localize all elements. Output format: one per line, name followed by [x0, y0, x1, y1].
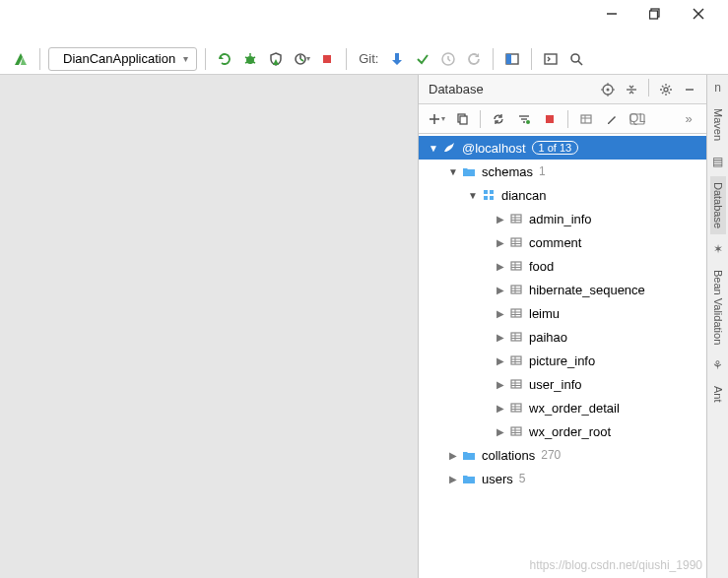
- tree-datasource-root[interactable]: ▼ @localhost 1 of 13: [419, 136, 706, 160]
- tree-schemas-node[interactable]: ▼ schemas 1: [419, 160, 706, 183]
- db-refresh-button[interactable]: [487, 108, 510, 130]
- stop-button[interactable]: [316, 48, 338, 70]
- tree-table-row[interactable]: ▶leimu: [419, 301, 706, 325]
- window-maximize-button[interactable]: [647, 6, 663, 22]
- db-collapse-button[interactable]: [621, 79, 642, 100]
- build-button[interactable]: [10, 48, 32, 70]
- svg-rect-37: [546, 115, 554, 123]
- side-tab-ant[interactable]: Ant: [710, 380, 726, 409]
- tree-table-row[interactable]: ▶hibernate_sequence: [419, 278, 706, 301]
- tree-schemas-count: 1: [539, 164, 546, 178]
- side-tab-bean-validation[interactable]: Bean Validation: [710, 264, 726, 351]
- svg-line-8: [245, 57, 247, 58]
- toolbar-separator: [493, 48, 494, 70]
- svg-point-18: [571, 54, 579, 62]
- db-filter-button[interactable]: [512, 108, 536, 130]
- tree-table-row[interactable]: ▶picture_info: [419, 349, 706, 372]
- run-anything-button[interactable]: [540, 48, 562, 70]
- search-everywhere-button[interactable]: [565, 48, 587, 70]
- expand-arrow-icon: ▼: [427, 143, 440, 154]
- db-edit-button[interactable]: [600, 108, 624, 130]
- coverage-button[interactable]: [265, 48, 287, 70]
- tree-table-label: wx_order_root: [529, 424, 611, 439]
- tree-table-label: hibernate_sequence: [529, 283, 645, 297]
- tree-table-label: user_info: [529, 377, 581, 392]
- table-icon: [507, 283, 525, 296]
- svg-rect-16: [506, 54, 511, 64]
- collapse-arrow-icon: ▶: [494, 426, 507, 437]
- window-close-button[interactable]: [691, 6, 706, 22]
- toolbar-separator: [205, 48, 206, 70]
- window-minimize-button[interactable]: [604, 6, 620, 22]
- mysql-datasource-icon: [440, 141, 458, 155]
- side-tab-maven[interactable]: Maven: [710, 102, 726, 147]
- svg-rect-47: [511, 215, 521, 223]
- tree-database-diancan[interactable]: ▼ diancan: [419, 183, 706, 207]
- tree-collations-count: 270: [541, 448, 561, 462]
- db-more-button[interactable]: »: [677, 108, 700, 130]
- db-table-view-button[interactable]: [574, 108, 598, 130]
- db-console-button[interactable]: QL: [626, 108, 649, 130]
- svg-rect-63: [511, 309, 521, 317]
- svg-rect-67: [511, 333, 521, 341]
- svg-line-11: [253, 62, 255, 63]
- ant-icon: ⚘: [712, 358, 723, 372]
- tree-diancan-label: diancan: [501, 188, 547, 203]
- chevron-down-icon: ▾: [183, 53, 188, 64]
- tree-table-row[interactable]: ▶user_info: [419, 372, 706, 396]
- tree-table-row[interactable]: ▶wx_order_root: [419, 419, 706, 443]
- svg-rect-83: [511, 427, 521, 435]
- db-add-button[interactable]: ▾: [425, 108, 448, 130]
- svg-rect-17: [545, 54, 557, 64]
- db-stop-button[interactable]: [538, 108, 562, 130]
- collapse-arrow-icon: ▶: [446, 474, 460, 484]
- tree-table-row[interactable]: ▶paihao: [419, 325, 706, 349]
- tree-users-node[interactable]: ▶ users 5: [419, 467, 706, 490]
- toolbar-separator: [567, 110, 568, 128]
- git-commit-button[interactable]: [412, 48, 433, 70]
- tree-collations-node[interactable]: ▶ collations 270: [419, 443, 706, 467]
- table-icon: [507, 353, 525, 367]
- svg-rect-51: [511, 238, 521, 246]
- schema-icon: [480, 188, 497, 202]
- rerun-button[interactable]: [214, 48, 235, 70]
- project-structure-button[interactable]: [501, 48, 523, 70]
- db-settings-button[interactable]: [655, 79, 677, 100]
- tree-table-row[interactable]: ▶admin_info: [419, 207, 706, 230]
- tree-table-row[interactable]: ▶wx_order_detail: [419, 396, 706, 419]
- table-icon: [507, 212, 525, 225]
- tree-table-label: paihao: [529, 330, 567, 345]
- tree-table-label: picture_info: [529, 353, 595, 368]
- svg-rect-55: [511, 262, 521, 270]
- collapse-arrow-icon: ▶: [494, 332, 507, 343]
- svg-rect-32: [460, 116, 467, 124]
- debug-button[interactable]: [239, 48, 261, 70]
- side-tool-tabs: n Maven ▤ Database ✶ Bean Validation ⚘ A…: [706, 75, 728, 578]
- tree-table-label: wx_order_detail: [529, 401, 620, 416]
- svg-line-19: [578, 61, 582, 65]
- table-icon: [507, 259, 525, 273]
- tree-table-row[interactable]: ▶comment: [419, 230, 706, 254]
- database-panel-header: Database: [419, 75, 706, 104]
- run-config-selector[interactable]: DianCanApplication ▾: [48, 47, 197, 71]
- git-update-button[interactable]: [386, 48, 408, 70]
- run-config-label: DianCanApplication: [63, 51, 175, 66]
- tree-table-row[interactable]: ▶food: [419, 254, 706, 278]
- svg-rect-2: [650, 11, 658, 19]
- database-tree: ▼ @localhost 1 of 13 ▼ schemas 1 ▼ dianc…: [419, 134, 706, 578]
- git-rollback-button[interactable]: [463, 48, 485, 70]
- side-tab-database[interactable]: Database: [710, 176, 726, 234]
- table-icon: [507, 330, 525, 344]
- collapse-arrow-icon: ▶: [446, 450, 460, 461]
- database-panel: Database ▾ QL » ▼ @localhost 1 of 13: [419, 75, 706, 578]
- svg-rect-13: [323, 55, 331, 63]
- git-history-button[interactable]: [437, 48, 459, 70]
- db-duplicate-button[interactable]: [450, 108, 474, 130]
- toolbar-separator: [346, 48, 347, 70]
- profile-button[interactable]: ▾: [291, 48, 312, 70]
- editor-area: [0, 75, 419, 578]
- db-target-button[interactable]: [597, 79, 619, 100]
- db-hide-button[interactable]: [679, 79, 700, 100]
- svg-line-9: [253, 57, 255, 58]
- tree-table-label: admin_info: [529, 212, 592, 226]
